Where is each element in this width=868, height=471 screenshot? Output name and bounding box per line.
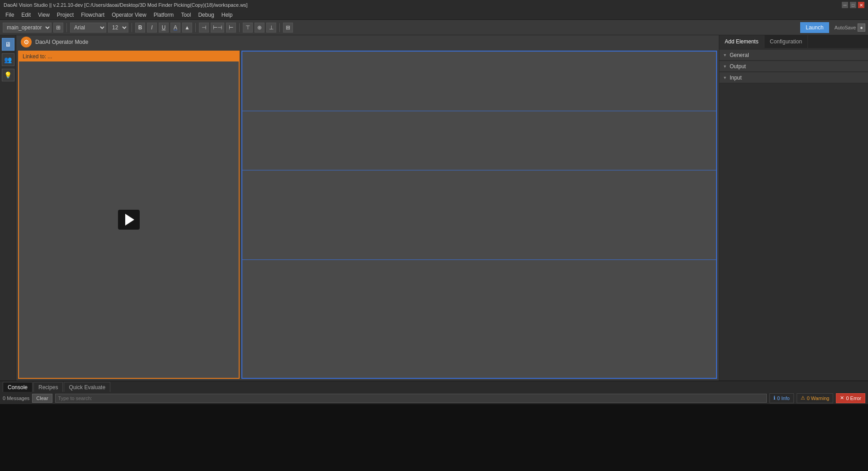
play-icon <box>125 214 134 226</box>
tab-configuration[interactable]: Configuration <box>764 35 808 48</box>
title-text: DaoAI Vision Studio || v.2.21.10-dev [C:… <box>4 2 248 8</box>
font-size-select[interactable]: 12 <box>108 23 128 33</box>
align-top-button[interactable]: ⊤ <box>243 23 253 33</box>
align-right-button[interactable]: ⊢ <box>226 23 236 33</box>
operator-icon: ⚙ <box>21 37 32 47</box>
maximize-button[interactable]: □ <box>850 2 856 8</box>
right-sidebar: Add Elements Configuration General Outpu… <box>719 35 868 381</box>
canvas-main: Linked to: ... <box>16 49 719 381</box>
right-panel <box>241 51 717 379</box>
sidebar-monitor-icon[interactable]: 🖥 <box>2 38 14 51</box>
right-sub-panel-2 <box>242 111 716 171</box>
autosave-toggle[interactable]: ● <box>858 24 865 32</box>
align-center-button[interactable]: ⊢⊣ <box>211 23 224 33</box>
font-color-button[interactable]: A <box>170 23 180 33</box>
separator-5 <box>279 23 280 32</box>
error-label: 0 Error <box>846 396 861 401</box>
grid-button[interactable]: ⊞ <box>53 23 63 33</box>
tab-quick-evaluate[interactable]: Quick Evaluate <box>64 382 110 392</box>
error-icon: ✕ <box>840 395 844 401</box>
separator-3 <box>195 23 196 32</box>
warning-label: 0 Warning <box>807 396 830 401</box>
console-search-input[interactable] <box>55 394 767 403</box>
operator-title: DaoAI Operator Mode <box>35 39 88 45</box>
console-output[interactable] <box>0 405 868 471</box>
warning-icon: ⚠ <box>801 395 805 401</box>
close-button[interactable]: ✕ <box>858 2 864 8</box>
menu-help[interactable]: Help <box>218 10 236 19</box>
menu-project[interactable]: Project <box>53 10 77 19</box>
canvas-wrapper: ⚙ DaoAI Operator Mode Linked to: ... <box>16 35 719 381</box>
align-bottom-button[interactable]: ⊥ <box>266 23 276 33</box>
underline-button[interactable]: U <box>159 23 169 33</box>
toolbar: main_operator ⊞ Arial 12 B I U A ▲ ⊣ ⊢⊣ … <box>0 20 868 35</box>
console-toolbar: 0 Messages Clear ℹ 0 Info ⚠ 0 Warning ✕ … <box>0 392 868 405</box>
italic-button[interactable]: I <box>147 23 157 33</box>
autosave-label: AutoSave <box>835 25 856 30</box>
bold-button[interactable]: B <box>135 23 145 33</box>
menu-operator-view[interactable]: Operator View <box>108 10 150 19</box>
align-middle-button[interactable]: ⊕ <box>255 23 264 33</box>
menu-view[interactable]: View <box>34 10 53 19</box>
title-bar: DaoAI Vision Studio || v.2.21.10-dev [C:… <box>0 0 868 10</box>
sidebar-users-icon[interactable]: 👥 <box>2 53 14 66</box>
info-badge[interactable]: ℹ 0 Info <box>769 393 794 403</box>
separator-1 <box>66 23 67 32</box>
menu-file[interactable]: File <box>2 10 18 19</box>
play-button[interactable] <box>118 210 140 230</box>
menu-debug[interactable]: Debug <box>194 10 217 19</box>
menu-edit[interactable]: Edit <box>18 10 34 19</box>
tab-recipes[interactable]: Recipes <box>33 382 63 392</box>
font-family-select[interactable]: Arial <box>70 23 106 33</box>
main-content: 🖥 👥 💡 ⚙ DaoAI Operator Mode Linked to: .… <box>0 35 868 381</box>
error-badge[interactable]: ✕ 0 Error <box>836 393 865 403</box>
linked-to-label: Linked to: ... <box>23 53 52 60</box>
right-sidebar-content: General Output Input <box>719 48 868 381</box>
right-sub-panel-1 <box>242 52 716 111</box>
sidebar-bulb-icon[interactable]: 💡 <box>2 69 14 81</box>
section-input[interactable]: Input <box>719 72 868 83</box>
warning-badge[interactable]: ⚠ 0 Warning <box>797 393 834 403</box>
title-controls[interactable]: ─ □ ✕ <box>842 2 864 8</box>
section-output[interactable]: Output <box>719 61 868 72</box>
left-sidebar: 🖥 👥 💡 <box>0 35 16 381</box>
left-panel-content <box>19 61 239 378</box>
menu-platform[interactable]: Platform <box>150 10 178 19</box>
minimize-button[interactable]: ─ <box>842 2 848 8</box>
console-tabs: Console Recipes Quick Evaluate <box>0 381 868 392</box>
menu-bar: File Edit View Project Flowchart Operato… <box>0 10 868 20</box>
messages-count: 0 Messages <box>3 396 29 401</box>
right-sidebar-tabs: Add Elements Configuration <box>719 35 868 48</box>
bottom-area: Console Recipes Quick Evaluate 0 Message… <box>0 381 868 471</box>
highlight-button[interactable]: ▲ <box>182 23 192 33</box>
tab-add-elements[interactable]: Add Elements <box>719 35 764 48</box>
menu-tool[interactable]: Tool <box>177 10 194 19</box>
left-panel-header: Linked to: ... <box>19 52 239 61</box>
separator-2 <box>132 23 132 32</box>
section-general[interactable]: General <box>719 50 868 61</box>
launch-button[interactable]: Launch <box>800 22 829 33</box>
info-icon: ℹ <box>774 395 775 401</box>
align-left-button[interactable]: ⊣ <box>199 23 209 33</box>
separator-4 <box>239 23 240 32</box>
tab-console[interactable]: Console <box>3 382 33 392</box>
right-sub-panel-3 <box>242 170 716 259</box>
fit-button[interactable]: ⊞ <box>283 23 293 33</box>
right-sub-panel-4 <box>242 260 716 378</box>
operator-select[interactable]: main_operator <box>3 23 52 33</box>
clear-button[interactable]: Clear <box>32 394 52 403</box>
operator-header: ⚙ DaoAI Operator Mode <box>16 35 719 49</box>
left-panel: Linked to: ... <box>18 51 240 379</box>
info-label: 0 Info <box>777 396 790 401</box>
menu-flowchart[interactable]: Flowchart <box>77 10 108 19</box>
